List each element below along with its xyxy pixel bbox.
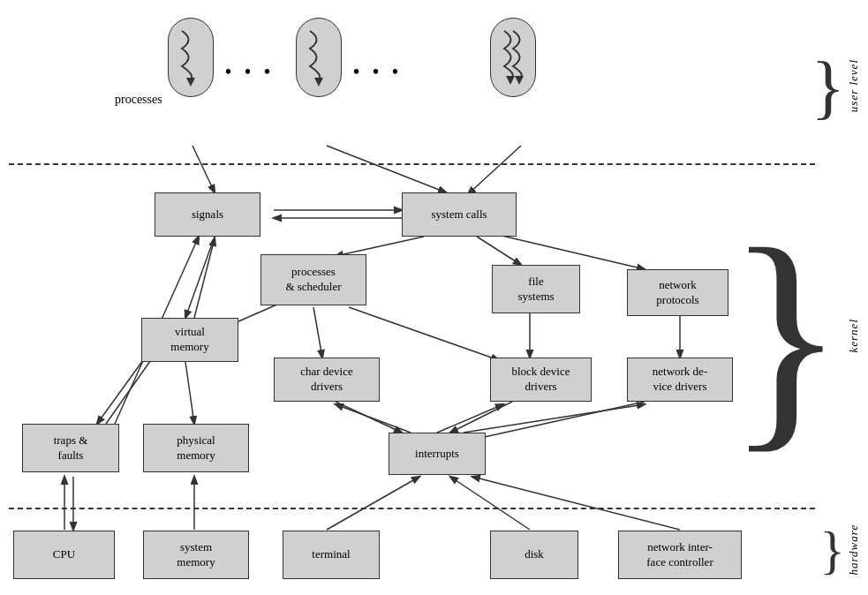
diagram: } user level } kernel } hardware process…	[0, 0, 868, 595]
dashed-line-bottom	[9, 508, 815, 509]
process-icon-3	[490, 18, 536, 97]
process-icon-2	[296, 18, 342, 97]
cpu-box: CPU	[13, 531, 115, 579]
svg-line-7	[494, 234, 645, 269]
process-icon-1	[168, 18, 214, 97]
network-interface-box: network inter- face controller	[618, 531, 742, 579]
svg-marker-34	[515, 76, 524, 85]
signals-box: signals	[155, 192, 260, 237]
svg-marker-31	[186, 78, 195, 87]
processes-label: processes	[115, 93, 162, 107]
svg-line-1	[327, 146, 446, 192]
svg-line-26	[472, 477, 680, 530]
disk-box: disk	[490, 531, 578, 579]
svg-line-16	[472, 402, 645, 440]
interrupts-box: interrupts	[389, 433, 486, 475]
svg-line-29	[464, 404, 645, 433]
svg-line-11	[313, 307, 322, 358]
svg-line-5	[336, 237, 424, 256]
svg-line-6	[477, 237, 521, 265]
svg-line-17	[185, 362, 194, 424]
svg-line-14	[336, 402, 402, 433]
kernel-label: } kernel	[727, 168, 861, 503]
svg-line-9	[194, 238, 215, 318]
network-device-drivers-box: network de- vice drivers	[627, 358, 733, 402]
hardware-label: } hardware	[819, 510, 861, 590]
svg-line-30	[349, 307, 499, 360]
char-device-drivers-box: char device drivers	[274, 358, 380, 402]
svg-marker-32	[314, 78, 323, 87]
svg-line-28	[437, 404, 503, 433]
system-memory-box: system memory	[143, 531, 249, 579]
physical-memory-box: physical memory	[143, 424, 249, 472]
traps-faults-box: traps & faults	[22, 424, 119, 472]
svg-marker-33	[506, 76, 515, 85]
processes-scheduler-box: processes & scheduler	[260, 254, 366, 305]
network-protocols-box: network protocols	[627, 269, 728, 316]
svg-line-27	[336, 404, 411, 433]
svg-line-0	[192, 146, 215, 192]
file-systems-box: file systems	[492, 265, 580, 313]
block-device-drivers-box: block device drivers	[490, 358, 592, 402]
svg-line-8	[185, 237, 215, 318]
user-level-label: } user level	[811, 9, 861, 163]
dots-2: • • •	[353, 62, 403, 82]
svg-line-15	[450, 402, 512, 433]
system-calls-box: system calls	[402, 192, 517, 237]
dashed-line-top	[9, 163, 815, 165]
svg-line-25	[450, 477, 530, 530]
svg-line-2	[468, 146, 521, 194]
dots-1: • • •	[225, 62, 275, 82]
terminal-box: terminal	[283, 531, 380, 579]
svg-line-24	[327, 477, 419, 530]
virtual-memory-box: virtual memory	[141, 318, 238, 362]
